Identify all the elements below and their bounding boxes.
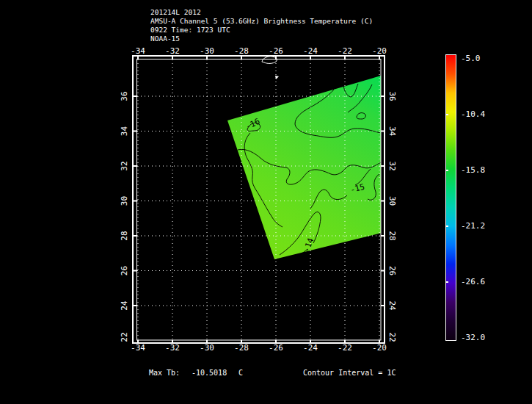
x-tick-label: -28 xyxy=(234,343,249,353)
island-outlines xyxy=(262,57,279,79)
x-tick-label: -26 xyxy=(269,343,283,353)
island-outline-small xyxy=(275,76,279,79)
colorbar-label: -26.6 xyxy=(461,277,485,286)
colorbar-tick xyxy=(446,170,448,171)
y-tick-label: 30 xyxy=(120,196,129,206)
y-tick-label: 24 xyxy=(120,300,129,311)
y-tick-label: 26 xyxy=(120,266,129,275)
colorbar-label: -21.2 xyxy=(461,221,485,231)
y-tick-label: 24 xyxy=(387,300,397,311)
y-tick-label: 32 xyxy=(387,161,397,170)
x-tick-label: -28 xyxy=(234,46,249,56)
max-tb-value: -10.5018 xyxy=(192,369,227,378)
y-tick-label: 32 xyxy=(120,161,129,170)
x-tick-label: -20 xyxy=(372,46,387,56)
colorbar-label: -5.0 xyxy=(461,54,481,63)
x-axis-labels-top: -34 -32 -30 -28 -26 -24 -22 -20 xyxy=(131,46,387,56)
colorbar-tick xyxy=(446,226,448,227)
y-tick-label: 30 xyxy=(387,196,397,206)
colorbar-tick xyxy=(446,281,448,283)
island-outline-large xyxy=(262,57,277,64)
y-tick-label: 22 xyxy=(120,332,129,342)
colorbar-label: -32.0 xyxy=(461,333,485,342)
x-tick-label: -24 xyxy=(303,343,318,353)
x-tick-label: -32 xyxy=(165,46,180,56)
colorbar-tick xyxy=(446,114,448,115)
y-tick-label: 36 xyxy=(120,91,129,101)
y-tick-label: 22 xyxy=(387,332,397,342)
colorbar-label: -10.4 xyxy=(461,109,485,119)
x-tick-label: -34 xyxy=(131,46,145,56)
y-tick-label: 28 xyxy=(120,231,129,240)
y-axis-labels-right: 36 34 32 30 28 26 24 22 xyxy=(387,91,397,342)
contour-interval-label: Contour Interval = 1C xyxy=(303,369,396,378)
x-axis-labels-bottom: -34 -32 -30 -28 -26 -24 -22 -20 xyxy=(131,343,387,353)
x-tick-label: -30 xyxy=(200,343,214,353)
x-tick-label: -20 xyxy=(372,343,387,353)
x-tick-label: -22 xyxy=(338,46,352,56)
x-tick-label: -26 xyxy=(269,46,283,56)
max-tb-label: Max Tb: xyxy=(149,369,180,378)
colorbar-label: -15.8 xyxy=(461,165,485,175)
x-tick-label: -34 xyxy=(131,343,145,353)
x-tick-label: -30 xyxy=(200,46,214,56)
y-tick-label: 28 xyxy=(387,231,397,240)
x-tick-label: -24 xyxy=(303,46,318,56)
max-tb-unit: C xyxy=(238,369,243,378)
x-tick-label: -32 xyxy=(165,343,180,353)
y-axis-labels-left: 36 34 32 30 28 26 24 22 xyxy=(120,91,129,342)
x-tick-label: -22 xyxy=(338,343,352,353)
y-tick-label: 26 xyxy=(387,266,397,275)
colorbar-gradient xyxy=(445,54,456,341)
y-tick-label: 36 xyxy=(387,91,397,101)
y-tick-label: 34 xyxy=(387,126,397,137)
y-tick-label: 34 xyxy=(120,126,129,137)
brightness-temperature-swath xyxy=(227,71,396,259)
